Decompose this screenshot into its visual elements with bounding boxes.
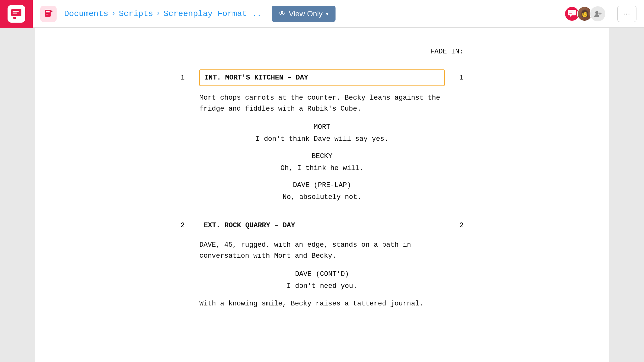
- svg-point-13: [595, 11, 598, 14]
- svg-rect-6: [46, 13, 50, 13]
- svg-marker-12: [570, 15, 572, 17]
- chevron-down-icon: ▾: [326, 10, 329, 17]
- dialogue-dave-contd: DAVE (CONT'D) I don't need you.: [180, 269, 464, 292]
- scene-number-left-2: 2: [180, 220, 199, 231]
- view-only-button[interactable]: 👁 View Only ▾: [272, 6, 336, 22]
- logo-icon: [8, 5, 25, 23]
- chat-bubble-icon: [567, 9, 577, 19]
- action-line-2: DAVE, 45, rugged, with an edge, stands o…: [199, 239, 445, 261]
- fade-in: FADE IN:: [180, 47, 464, 57]
- breadcrumb-documents[interactable]: Documents: [64, 9, 108, 19]
- document-area: FADE IN: 1 INT. MORT'S KITCHEN – DAY 1 M…: [35, 28, 609, 362]
- svg-rect-7: [46, 14, 48, 14]
- breadcrumb-sep-1: ›: [111, 10, 115, 18]
- svg-rect-9: [568, 10, 576, 15]
- main-area: FADE IN: 1 INT. MORT'S KITCHEN – DAY 1 M…: [0, 28, 644, 362]
- character-dave-prelap: DAVE (PRE-LAP): [180, 180, 464, 190]
- character-dave-contd: DAVE (CONT'D): [180, 269, 464, 279]
- dialogue-mort: MORT I don't think Dave will say yes.: [180, 122, 464, 145]
- breadcrumb: Documents › Scripts › Screenplay Format …: [64, 9, 262, 19]
- scene-heading-row-1: 1 INT. MORT'S KITCHEN – DAY 1: [180, 69, 464, 86]
- character-mort: MORT: [180, 122, 464, 132]
- scene-block-2: 2 EXT. ROCK QUARRY – DAY 2 DAVE, 45, rug…: [180, 218, 464, 309]
- doc-icon-button[interactable]: [40, 6, 57, 22]
- scene-block-1: 1 INT. MORT'S KITCHEN – DAY 1 Mort chops…: [180, 69, 464, 203]
- action-line-2b: With a knowing smile, Becky raises a tat…: [199, 298, 445, 309]
- dialogue-becky-text: Oh, I think he will.: [180, 163, 464, 174]
- dialogue-dave-contd-text: I don't need you.: [180, 281, 464, 292]
- svg-rect-3: [13, 13, 17, 14]
- users-icon: [594, 10, 602, 18]
- scene-number-left-1: 1: [180, 73, 199, 83]
- scene-number-right-2: 2: [445, 220, 464, 231]
- navbar: Documents › Scripts › Screenplay Format …: [0, 0, 644, 28]
- scene-heading-2: EXT. ROCK QUARRY – DAY: [199, 218, 445, 233]
- dialogue-dave-prelap: DAVE (PRE-LAP) No, absolutely not.: [180, 180, 464, 203]
- breadcrumb-sep-2: ›: [156, 10, 160, 18]
- dialogue-mort-text: I don't think Dave will say yes.: [180, 134, 464, 145]
- scene-number-right-1: 1: [445, 73, 464, 83]
- svg-marker-8: [51, 10, 53, 12]
- document-icon: [44, 9, 53, 18]
- dialogue-becky: BECKY Oh, I think he will.: [180, 151, 464, 174]
- action-line-1: Mort chops carrots at the counter. Becky…: [199, 92, 445, 114]
- svg-rect-5: [46, 11, 50, 12]
- svg-rect-11: [569, 13, 572, 14]
- breadcrumb-scripts[interactable]: Scripts: [119, 9, 153, 19]
- right-sidebar: [609, 28, 644, 362]
- eye-icon: 👁: [279, 10, 286, 18]
- script-content: FADE IN: 1 INT. MORT'S KITCHEN – DAY 1 M…: [180, 47, 464, 309]
- dialogue-dave-prelap-text: No, absolutely not.: [180, 192, 464, 203]
- svg-rect-1: [13, 17, 16, 19]
- svg-rect-2: [13, 11, 19, 12]
- more-options-button[interactable]: ···: [617, 6, 636, 22]
- scene-heading-1: INT. MORT'S KITCHEN – DAY: [199, 69, 445, 86]
- scene-heading-row-2: 2 EXT. ROCK QUARRY – DAY 2: [180, 218, 464, 233]
- left-sidebar: [0, 28, 35, 362]
- chat-logo-icon: [11, 8, 22, 19]
- breadcrumb-current: Screenplay Format ..: [164, 9, 262, 19]
- svg-rect-10: [569, 12, 574, 12]
- character-becky: BECKY: [180, 151, 464, 162]
- app-logo: [0, 0, 33, 28]
- avatar-group: 👩: [564, 6, 606, 22]
- view-only-label: View Only: [289, 9, 323, 18]
- avatar-add-user[interactable]: [590, 6, 606, 22]
